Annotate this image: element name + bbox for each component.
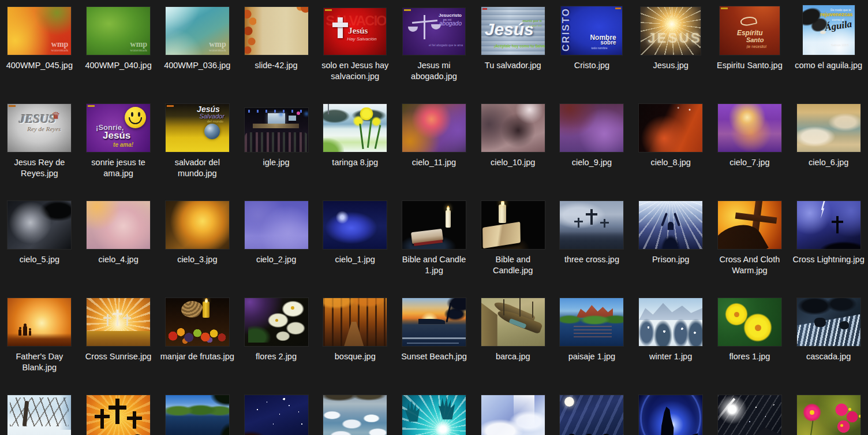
- file-thumbnail[interactable]: [560, 298, 623, 346]
- file-name[interactable]: Jesus.jpg: [653, 60, 689, 71]
- file-item[interactable]: [0, 388, 79, 435]
- file-name[interactable]: Tu salvador.jpg: [485, 60, 541, 71]
- file-name[interactable]: taringa 8.jpg: [332, 157, 378, 168]
- file-item[interactable]: JESUS Jesus.jpg: [631, 0, 710, 97]
- file-thumbnail[interactable]: [402, 395, 466, 435]
- file-thumbnail[interactable]: [481, 298, 545, 346]
- file-thumbnail[interactable]: [402, 104, 466, 152]
- file-thumbnail[interactable]: wmpwatermark: [166, 7, 229, 55]
- file-item[interactable]: SALVACIONJesúsHay Salvación solo en Jesu…: [316, 0, 395, 97]
- file-thumbnail[interactable]: wmpwatermark: [87, 7, 150, 55]
- file-item[interactable]: Bible and Candle.jpg: [473, 194, 552, 291]
- file-item[interactable]: three cross.jpg: [552, 194, 631, 291]
- file-thumbnail[interactable]: [481, 395, 545, 435]
- file-name[interactable]: Father's Day Blank.jpg: [1, 351, 77, 373]
- file-thumbnail[interactable]: [718, 298, 781, 346]
- file-item[interactable]: cielo_6.jpg: [789, 97, 868, 194]
- file-item[interactable]: wmpwatermark 400WMP_036.jpg: [158, 0, 237, 97]
- file-name[interactable]: flores 2.jpg: [256, 351, 297, 362]
- file-item[interactable]: De modo que terejuvenezcascomo elÁguilaS…: [789, 0, 868, 97]
- file-item[interactable]: CRISTONombresobretodo nombre Cristo.jpg: [552, 0, 631, 97]
- file-item[interactable]: Cross Sunrise.jpg: [79, 291, 158, 388]
- file-name[interactable]: como el aguila.jpg: [795, 60, 862, 71]
- file-name[interactable]: cielo_6.jpg: [809, 157, 848, 168]
- file-thumbnail[interactable]: [245, 108, 308, 152]
- file-name[interactable]: 400WMP_045.jpg: [6, 60, 73, 71]
- file-item[interactable]: Cross And Cloth Warm.jpg: [710, 194, 790, 291]
- file-name[interactable]: Sunset Beach.jpg: [401, 351, 467, 362]
- file-name[interactable]: Cross Lightning.jpg: [793, 254, 865, 265]
- file-thumbnail[interactable]: ¡Sonríe,Jesúste ama!: [87, 104, 150, 152]
- file-item[interactable]: cielo_3.jpg: [158, 194, 237, 291]
- file-item[interactable]: cascada.jpg: [789, 291, 868, 388]
- file-item[interactable]: Jesucristoes miabogadoel fiel abogado qu…: [395, 0, 474, 97]
- file-item[interactable]: igle.jpg: [237, 97, 316, 194]
- file-item[interactable]: Prison.jpg: [631, 194, 710, 291]
- file-item[interactable]: [79, 388, 158, 435]
- file-name[interactable]: solo en Jesus hay salvacion.jpg: [317, 60, 393, 82]
- file-thumbnail[interactable]: [8, 298, 71, 346]
- file-item[interactable]: Father's Day Blank.jpg: [0, 291, 79, 388]
- file-thumbnail[interactable]: Jesucristoes miabogadoel fiel abogado qu…: [403, 8, 465, 55]
- file-item[interactable]: JesúsSalvadordel mundo salvador del mund…: [158, 97, 237, 194]
- file-item[interactable]: flores 1.jpg: [710, 291, 790, 388]
- file-thumbnail[interactable]: [797, 298, 860, 346]
- file-name[interactable]: Jesus mi abogado.jpg: [396, 60, 472, 82]
- file-item[interactable]: taringa 8.jpg: [316, 97, 395, 194]
- file-thumbnail[interactable]: JesúsSalvadordel mundo: [166, 104, 229, 152]
- file-thumbnail[interactable]: EspírituSanto¡te necesito!: [720, 6, 780, 55]
- file-name[interactable]: cielo_2.jpg: [256, 254, 296, 265]
- file-item[interactable]: paisaje 1.jpg: [552, 291, 631, 388]
- file-name[interactable]: winter 1.jpg: [649, 351, 692, 362]
- file-thumbnail[interactable]: [560, 395, 623, 435]
- file-item[interactable]: cielo_11.jpg: [395, 97, 474, 194]
- file-name[interactable]: 400WMP_040.jpg: [85, 60, 151, 71]
- file-name[interactable]: salvador del mundo.jpg: [159, 157, 235, 179]
- file-item[interactable]: [789, 388, 868, 435]
- file-thumbnail[interactable]: [481, 201, 545, 249]
- file-name[interactable]: manjar de frutas.jpg: [160, 351, 234, 362]
- file-name[interactable]: cielo_4.jpg: [98, 254, 138, 265]
- file-name[interactable]: cielo_11.jpg: [412, 157, 456, 168]
- file-thumbnail[interactable]: [639, 201, 702, 249]
- file-thumbnail[interactable]: [560, 201, 623, 249]
- file-item[interactable]: slide-42.jpg: [237, 0, 316, 97]
- file-item[interactable]: manjar de frutas.jpg: [158, 291, 237, 388]
- file-thumbnail[interactable]: [402, 201, 466, 249]
- file-name[interactable]: cielo_9.jpg: [572, 157, 612, 168]
- file-item[interactable]: [158, 388, 237, 435]
- file-item[interactable]: ¡Sonríe,Jesúste ama! sonrie jesus te ama…: [79, 97, 158, 194]
- file-item[interactable]: [473, 388, 552, 435]
- file-thumbnail[interactable]: [245, 298, 308, 346]
- file-thumbnail[interactable]: [245, 7, 308, 55]
- file-thumbnail[interactable]: [323, 104, 387, 152]
- file-thumbnail[interactable]: [8, 201, 71, 249]
- file-item[interactable]: Cross Lightning.jpg: [789, 194, 868, 291]
- file-thumbnail[interactable]: [797, 201, 860, 249]
- file-thumbnail[interactable]: SALVACIONJesúsHay Salvación: [324, 8, 386, 55]
- file-item[interactable]: cielo_9.jpg: [552, 97, 631, 194]
- file-item[interactable]: bosque.jpg: [316, 291, 395, 388]
- file-name[interactable]: paisaje 1.jpg: [568, 351, 615, 362]
- file-item[interactable]: JESUS♛Rey de Reyes Jesus Rey de Reyes.jp…: [0, 97, 79, 194]
- file-name[interactable]: Jesus Rey de Reyes.jpg: [1, 157, 77, 179]
- file-name[interactable]: Cristo.jpg: [574, 60, 609, 71]
- file-item[interactable]: [237, 388, 316, 435]
- file-thumbnail[interactable]: [166, 201, 229, 249]
- file-item[interactable]: Jesúsmurió por ti... y por mí¡Acéptale h…: [473, 0, 552, 97]
- file-item[interactable]: winter 1.jpg: [631, 291, 710, 388]
- file-thumbnail[interactable]: [718, 201, 781, 249]
- file-thumbnail[interactable]: [797, 104, 860, 152]
- file-thumbnail[interactable]: [718, 395, 781, 435]
- file-item[interactable]: [710, 388, 790, 435]
- file-thumbnail[interactable]: [639, 104, 702, 152]
- file-item[interactable]: cielo_4.jpg: [79, 194, 158, 291]
- file-thumbnail[interactable]: [481, 104, 545, 152]
- file-thumbnail[interactable]: wmpwatermark: [8, 7, 71, 55]
- file-thumbnail[interactable]: Jesúsmurió por ti... y por mí¡Acéptale h…: [481, 7, 545, 55]
- file-thumbnail[interactable]: De modo que terejuvenezcascomo elÁguilaS…: [803, 5, 855, 55]
- file-thumbnail[interactable]: [639, 298, 702, 346]
- file-name[interactable]: Espiritu Santo.jpg: [717, 60, 783, 71]
- file-name[interactable]: igle.jpg: [263, 157, 290, 168]
- file-thumbnail[interactable]: CRISTONombresobretodo nombre: [561, 6, 622, 55]
